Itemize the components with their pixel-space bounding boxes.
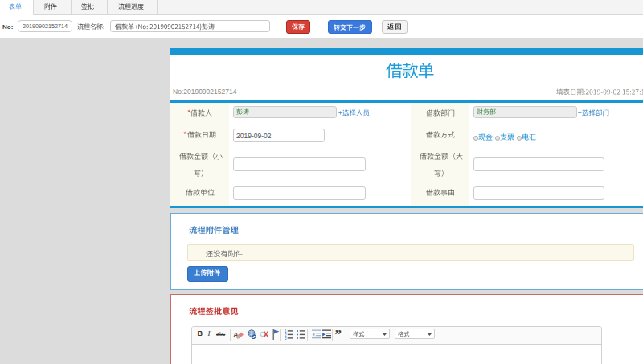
svg-text:3: 3 xyxy=(285,337,287,340)
